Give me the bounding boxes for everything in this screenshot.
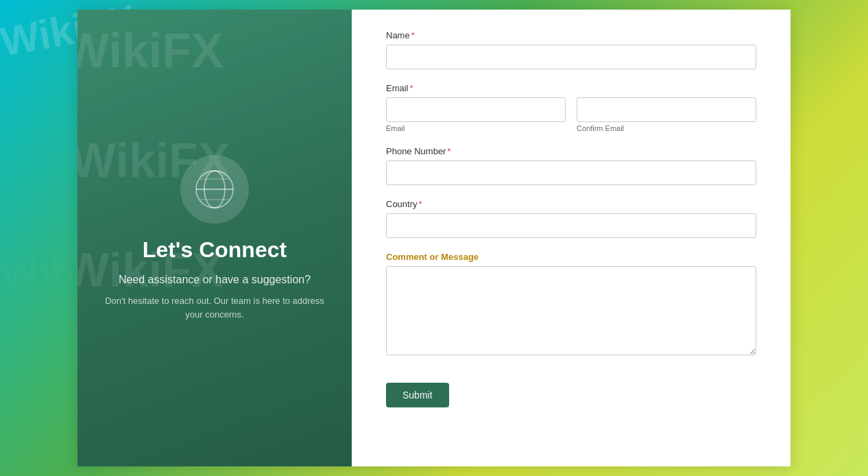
phone-label: Phone Number* <box>386 146 756 156</box>
comment-group: Comment or Message <box>386 252 756 358</box>
country-input[interactable] <box>386 213 756 238</box>
left-description: Don't hesitate to reach out. Our team is… <box>105 294 324 321</box>
phone-group: Phone Number* <box>386 146 756 185</box>
comment-label: Comment or Message <box>386 252 756 262</box>
email-sublabel: Email <box>386 124 566 132</box>
left-panel: WikiFX WikiFX WikiFX Let's Connect Need … <box>77 10 352 466</box>
panel-icon <box>180 155 249 224</box>
email-field-wrapper: Email <box>386 97 566 132</box>
confirm-email-sublabel: Confirm Email <box>577 124 756 132</box>
country-label: Country* <box>386 199 756 209</box>
left-watermark-1: WikiFX <box>77 23 224 78</box>
logo-icon <box>194 169 235 210</box>
submit-button[interactable]: Submit <box>386 383 449 407</box>
left-subtitle: Need assistance or have a suggestion? <box>119 274 311 286</box>
right-panel: Name* Email* Email Confirm Email <box>352 10 791 466</box>
comment-textarea[interactable] <box>386 266 756 355</box>
confirm-email-field-wrapper: Confirm Email <box>577 97 756 132</box>
email-input[interactable] <box>386 97 566 122</box>
email-row: Email Confirm Email <box>386 97 756 132</box>
phone-input[interactable] <box>386 160 756 185</box>
country-group: Country* <box>386 199 756 238</box>
name-label: Name* <box>386 30 756 40</box>
name-group: Name* <box>386 30 756 69</box>
name-input[interactable] <box>386 45 756 69</box>
email-group: Email* Email Confirm Email <box>386 83 756 132</box>
left-title: Let's Connect <box>143 237 287 263</box>
main-container: WikiFX WikiFX WikiFX Let's Connect Need … <box>77 10 791 466</box>
email-label: Email* <box>386 83 756 93</box>
confirm-email-input[interactable] <box>577 97 756 122</box>
